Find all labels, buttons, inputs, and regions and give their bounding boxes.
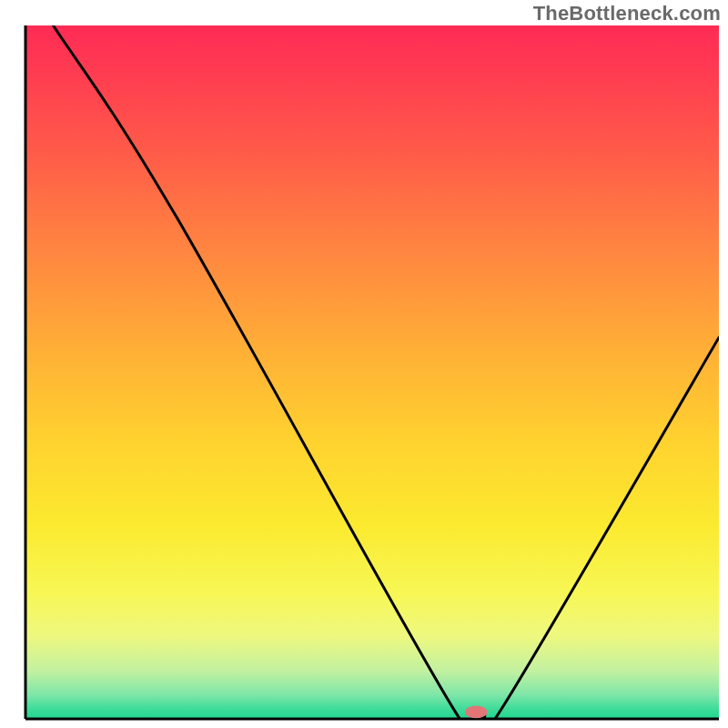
chart-svg: [0, 0, 728, 728]
gradient-background: [25, 25, 719, 719]
watermark-text: TheBottleneck.com: [533, 2, 721, 25]
bottleneck-chart: TheBottleneck.com: [0, 0, 728, 728]
optimal-marker: [465, 706, 487, 719]
